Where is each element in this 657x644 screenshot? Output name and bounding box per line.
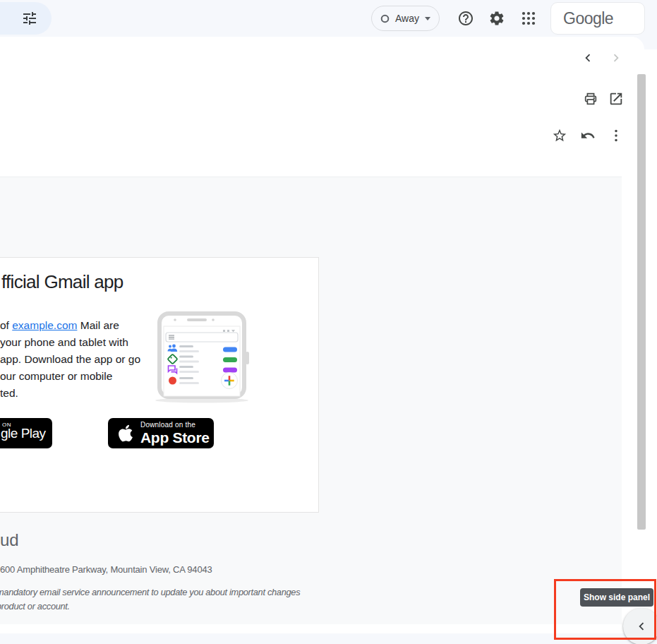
more-options-button[interactable] — [608, 127, 625, 144]
help-button[interactable] — [456, 8, 476, 28]
email-body-line: your phone and tablet with — [0, 334, 140, 351]
footer-brand-text: ud — [0, 530, 19, 550]
play-badge-main-text: gle Play — [1, 426, 46, 441]
example-com-link[interactable]: example.com — [12, 319, 77, 331]
google-account-logo[interactable]: Google — [550, 2, 645, 35]
top-header: Away Google — [0, 0, 657, 37]
status-circle-icon — [380, 14, 390, 23]
settings-button[interactable] — [487, 8, 507, 28]
show-side-panel-tooltip: Show side panel — [580, 588, 653, 607]
show-side-panel-button[interactable] — [623, 608, 657, 644]
chevron-right-icon — [608, 50, 624, 66]
email-body-line: our computer or mobile — [0, 368, 140, 385]
appstore-badge-top-text: Download on the — [140, 421, 210, 429]
email-body-text: of example.com Mail are your phone and t… — [0, 317, 140, 402]
status-label: Away — [395, 13, 419, 24]
footer-address: 600 Amphitheatre Parkway, Mountain View,… — [0, 564, 212, 575]
app-store-badge[interactable]: Download on the App Store — [108, 418, 214, 448]
undo-arrow-icon — [580, 128, 596, 143]
apps-button[interactable] — [519, 8, 538, 28]
open-in-new-icon — [608, 91, 624, 107]
appstore-badge-main-text: App Store — [140, 429, 210, 446]
three-dots-vertical-icon — [608, 128, 624, 143]
footer-legal-line: product or account. — [0, 601, 70, 612]
apple-icon — [118, 424, 133, 443]
bottom-bar — [0, 633, 657, 644]
question-circle-icon — [457, 10, 474, 27]
grid-9-dots-icon — [520, 10, 537, 27]
panel-corner — [630, 37, 657, 49]
email-body-line: app. Download the app or go — [0, 351, 140, 368]
star-outline-icon — [552, 128, 567, 143]
chevron-left-icon — [634, 619, 649, 634]
email-body-line: ted. — [0, 385, 140, 402]
google-logo-text: Google — [563, 9, 613, 28]
reply-button[interactable] — [579, 127, 596, 144]
printer-icon — [583, 91, 598, 107]
open-in-new-button[interactable] — [608, 90, 625, 107]
print-button[interactable] — [582, 90, 599, 107]
google-play-badge[interactable]: ON gle Play — [0, 418, 52, 448]
gear-icon — [488, 10, 505, 27]
star-button[interactable] — [551, 127, 568, 144]
search-options-button[interactable] — [0, 2, 52, 35]
tune-icon — [21, 10, 38, 27]
email-body-line: of example.com Mail are — [0, 317, 140, 334]
newer-button[interactable] — [579, 49, 596, 66]
status-dropdown[interactable]: Away — [371, 6, 440, 31]
older-button[interactable] — [608, 49, 625, 66]
email-heading: fficial Gmail app — [1, 271, 123, 293]
gmail-window: Away Google fficial — [0, 0, 657, 644]
caret-down-icon — [425, 17, 430, 20]
footer-legal-line: mandatory email service announcement to … — [0, 587, 300, 597]
vertical-scrollbar[interactable] — [637, 74, 646, 530]
chevron-left-icon — [580, 50, 596, 66]
phone-illustration — [154, 309, 253, 405]
